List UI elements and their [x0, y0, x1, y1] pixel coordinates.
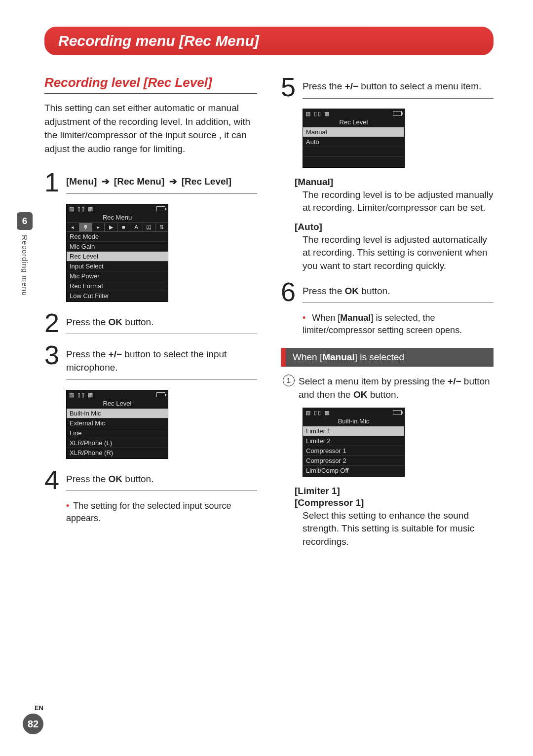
lcd-row: Rec Format	[67, 281, 168, 291]
step-number: 2	[44, 311, 66, 335]
ok-label: OK	[345, 286, 359, 296]
substep-1: 1 Select a menu item by pressing the +/−…	[283, 375, 494, 402]
lcd-row-selected: Built-in Mic	[67, 409, 168, 418]
plus-minus-label: +/−	[448, 376, 461, 386]
plus-minus-label: +/−	[109, 349, 122, 359]
sd-icon: ▧ ▯▯ ▩	[305, 111, 330, 117]
tail-text: Select this setting to enhance the sound…	[303, 509, 494, 549]
lcd-row-selected: Manual	[303, 127, 404, 137]
step-body: Press the +/− button to select the input…	[66, 343, 257, 379]
page-number: 82	[23, 714, 43, 734]
step-text: Press the	[66, 474, 109, 484]
step-4: 4 Press the OK button.	[44, 468, 257, 495]
lcd-row: Rec Mode	[67, 232, 168, 242]
lcd-tab: A	[130, 223, 143, 231]
step-body: Press the OK button.	[66, 468, 257, 491]
step-6: 6 Press the OK button.	[281, 280, 494, 307]
lcd-list: Manual Auto	[303, 127, 404, 167]
step-body: Press the +/− button to select a menu it…	[303, 75, 494, 99]
lcd-list: Limiter 1 Limiter 2 Compressor 1 Compres…	[303, 426, 404, 476]
step-text: Press the	[303, 286, 345, 296]
plus-minus-label: +/−	[345, 81, 358, 91]
note-bold: Manual	[340, 313, 371, 323]
step-text: button.	[122, 317, 153, 327]
chapter-banner: Recording menu [Rec Menu]	[44, 27, 494, 55]
lcd-screenshot-rec-menu: ▧ ▯▯ ▩ Rec Menu ◂ 🎙 ▸ ▶ ■ A 🕮 ⇅ Rec Mode…	[66, 204, 168, 302]
lcd-list: Built-in Mic External Mic Line XLR/Phone…	[67, 409, 168, 458]
chapter-title: Recording menu [Rec Menu]	[58, 33, 259, 49]
note-text: When [	[312, 313, 340, 323]
lcd-row: Mic Gain	[67, 242, 168, 252]
choice-label: [Manual]	[295, 177, 494, 188]
substep-fragment: button.	[367, 389, 398, 400]
lcd-row: Low Cut Filter	[67, 291, 168, 301]
menu-path-part: [Rec Level]	[182, 176, 231, 187]
lcd-status-bar: ▧ ▯▯ ▩	[67, 204, 168, 213]
step-text: button.	[359, 286, 390, 296]
ok-label: OK	[109, 317, 123, 327]
lcd-row: Input Select	[67, 262, 168, 271]
battery-icon	[156, 392, 165, 397]
page-footer: EN 82	[19, 704, 43, 734]
lcd-row-empty	[303, 147, 404, 157]
ok-label: OK	[353, 389, 368, 400]
step-text: button to select a menu item.	[358, 81, 481, 91]
lcd-row: Limiter 2	[303, 436, 404, 446]
battery-icon	[156, 206, 165, 211]
lcd-row-selected: Limiter 1	[303, 426, 404, 436]
step-number: 3	[44, 343, 66, 367]
tail-label: [Compressor 1]	[295, 497, 494, 508]
step-5: 5 Press the +/− button to select a menu …	[281, 75, 494, 103]
lcd-screenshot-rec-level-mode: ▧ ▯▯ ▩ Rec Level Manual Auto	[303, 109, 405, 168]
step-2: 2 Press the OK button.	[44, 311, 257, 339]
step-number: 1	[44, 170, 66, 194]
lcd-tab: 🎙	[79, 223, 92, 231]
step-body: [Menu] ➔ [Rec Menu] ➔ [Rec Level]	[66, 170, 257, 194]
step-text: button.	[122, 474, 153, 484]
lcd-row: Compressor 1	[303, 446, 404, 456]
banner-bold: Manual	[322, 352, 354, 362]
lcd-status-bar: ▧ ▯▯ ▩	[303, 109, 404, 117]
section-title: Recording level [Rec Level]	[44, 75, 257, 94]
side-tab: 6 Recording menu	[16, 212, 34, 296]
step-text: Press the	[66, 317, 109, 327]
right-column: 5 Press the +/− button to select a menu …	[281, 75, 494, 555]
ok-label: OK	[109, 474, 123, 484]
arrow-icon: ➔	[102, 175, 110, 189]
choice-text: The recording level is adjusted automati…	[303, 233, 494, 273]
circled-number: 1	[283, 375, 295, 386]
sd-icon: ▧ ▯▯ ▩	[69, 392, 94, 398]
lcd-tab: ◂	[67, 223, 79, 231]
lcd-screenshot-rec-level-inputs: ▧ ▯▯ ▩ Rec Level Built-in Mic External M…	[66, 390, 168, 459]
lcd-status-bar: ▧ ▯▯ ▩	[303, 408, 404, 416]
lcd-row: Compressor 2	[303, 456, 404, 466]
battery-icon	[393, 111, 402, 116]
intro-text: This setting can set either automatic or…	[44, 101, 257, 155]
subsection-banner: When [Manual] is selected	[281, 348, 494, 367]
battery-icon	[393, 410, 402, 415]
banner-text: ] is selected	[355, 352, 404, 362]
choice-text: The recording level is to be adjusted ma…	[303, 189, 494, 215]
lcd-row-selected: Rec Level	[67, 252, 168, 262]
lcd-row: XLR/Phone (L)	[67, 438, 168, 448]
substep-fragment: Select a menu item by pressing the	[299, 376, 448, 386]
manual-page: Recording menu [Rec Menu] 6 Recording me…	[0, 0, 533, 756]
lcd-row-empty	[303, 157, 404, 166]
banner-text: When [	[293, 352, 322, 362]
lcd-status-bar: ▧ ▯▯ ▩	[67, 390, 168, 399]
lcd-row: Auto	[303, 137, 404, 147]
sd-icon: ▧ ▯▯ ▩	[69, 206, 94, 212]
step-text: Press the	[303, 81, 345, 91]
step-note: When [Manual] is selected, the limiter/c…	[303, 312, 494, 337]
step-number: 6	[281, 280, 303, 304]
lcd-row: Limit/Comp Off	[303, 466, 404, 475]
lcd-title: Rec Level	[303, 117, 404, 127]
lcd-tab: ▶	[105, 223, 117, 231]
lcd-row: Mic Power	[67, 271, 168, 281]
lcd-row: XLR/Phone (R)	[67, 448, 168, 457]
side-section-label: Recording menu	[21, 235, 29, 296]
lcd-tab: ▸	[92, 223, 105, 231]
lang-code: EN	[35, 704, 43, 712]
arrow-icon: ➔	[169, 175, 177, 189]
step-number: 4	[44, 468, 66, 492]
